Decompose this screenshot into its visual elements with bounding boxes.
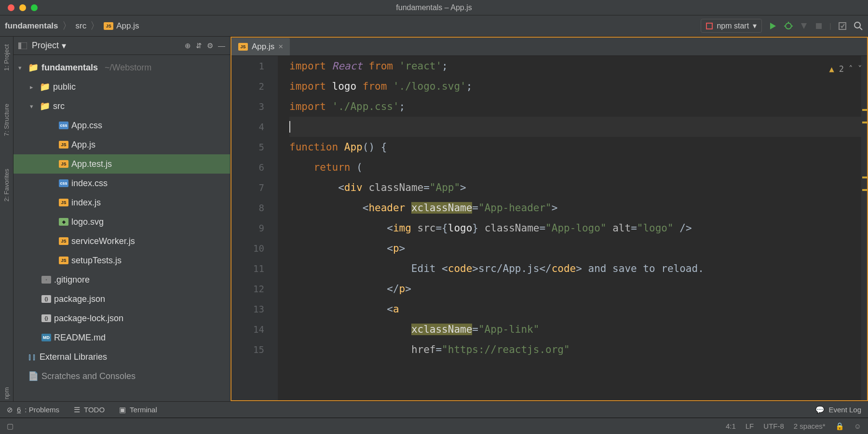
code-line[interactable]: href="https://reactjs.org" <box>289 339 867 360</box>
tree-root-folder[interactable]: ▾📁fundamentals~/Webstorm <box>14 58 230 77</box>
line-number[interactable]: 15 <box>231 339 278 360</box>
code-line[interactable]: </p> <box>289 279 867 299</box>
close-tab-icon[interactable]: × <box>278 42 283 52</box>
line-number[interactable]: 2 <box>231 76 278 96</box>
problems-icon: ⊘ <box>7 406 13 414</box>
tree-file[interactable]: MDREADME.md <box>14 328 230 347</box>
hide-panel-icon[interactable]: — <box>218 41 225 50</box>
caret-position[interactable]: 4:1 <box>726 422 736 430</box>
code-line[interactable]: Edit <code>src/App.js</code> and save to… <box>289 258 867 279</box>
error-stripe[interactable] <box>861 56 867 400</box>
tree-folder-src[interactable]: ▾📁src <box>14 96 230 116</box>
update-button[interactable] <box>838 22 847 30</box>
locate-file-icon[interactable]: ⊕ <box>185 41 191 50</box>
breadcrumb-root[interactable]: fundamentals <box>5 21 58 31</box>
npm-tool-tab[interactable]: npm <box>2 385 11 401</box>
code-line[interactable]: import './App.css'; <box>289 96 867 117</box>
project-tool-tab[interactable]: 1: Project <box>2 42 11 73</box>
line-number[interactable]: 12 <box>231 279 278 299</box>
json-file-icon: {} <box>41 295 51 303</box>
breadcrumb-file[interactable]: JSApp.js <box>104 21 139 31</box>
chevron-right-icon: 〉 <box>62 19 72 32</box>
code-line[interactable]: <div className="App"> <box>289 177 867 198</box>
tree-external-libraries[interactable]: ⫿⫿External Libraries <box>14 347 230 366</box>
tree-file[interactable]: cssindex.css <box>14 174 230 193</box>
line-number[interactable]: 5 <box>231 137 278 157</box>
readonly-lock-icon[interactable]: 🔒 <box>835 422 844 431</box>
tree-file[interactable]: JSserviceWorker.js <box>14 231 230 251</box>
expand-all-icon[interactable]: ⇵ <box>196 41 202 50</box>
line-number[interactable]: 14 <box>231 319 278 339</box>
problems-tool-tab[interactable]: ⊘6: Problems <box>7 406 59 414</box>
stop-button[interactable] <box>815 22 823 30</box>
inspections-widget[interactable]: ▲ 2 ˄ ˅ <box>829 59 863 79</box>
tree-file[interactable]: {}package.json <box>14 289 230 309</box>
search-everywhere-button[interactable] <box>854 21 863 31</box>
close-window-icon[interactable] <box>8 4 14 11</box>
code-line[interactable] <box>289 117 867 137</box>
tree-file[interactable]: JSindex.js <box>14 193 230 212</box>
code-line[interactable]: function App() { <box>289 137 867 157</box>
code-line[interactable]: <img src={logo} className="App-logo" alt… <box>289 218 867 238</box>
tree-folder-public[interactable]: ▸📁public <box>14 77 230 96</box>
breadcrumb: fundamentals 〉 src 〉 JSApp.js <box>5 19 139 32</box>
line-separator[interactable]: LF <box>746 422 754 430</box>
line-number[interactable]: 11 <box>231 258 278 279</box>
line-number[interactable]: 6 <box>231 157 278 177</box>
tree-file[interactable]: ◦.gitignore <box>14 270 230 289</box>
line-number[interactable]: 4 <box>231 117 278 137</box>
line-number[interactable]: 7 <box>231 177 278 198</box>
code-editor[interactable]: ▲ 2 ˄ ˅ 123456789101112131415 import Rea… <box>231 56 867 400</box>
tree-file[interactable]: JSApp.js <box>14 135 230 154</box>
structure-tool-tab[interactable]: 7: Structure <box>2 102 11 138</box>
ide-status-icon[interactable]: ☺ <box>854 422 861 430</box>
terminal-tool-tab[interactable]: ▣Terminal <box>119 406 157 414</box>
project-tree[interactable]: ▾📁fundamentals~/Webstorm ▸📁public ▾📁src … <box>14 55 230 401</box>
code-line[interactable]: <p> <box>289 238 867 258</box>
line-number[interactable]: 10 <box>231 238 278 258</box>
line-number[interactable]: 8 <box>231 198 278 218</box>
tree-file[interactable]: cssApp.css <box>14 116 230 135</box>
line-number[interactable]: 1 <box>231 56 278 76</box>
run-config-dropdown[interactable]: npm start ▾ <box>701 19 762 33</box>
code-line[interactable]: xclassName="App-link" <box>289 319 867 339</box>
editor-area: JS App.js × ▲ 2 ˄ ˅ 12345678910111213141… <box>231 37 868 401</box>
code-line[interactable]: import logo from './logo.svg'; <box>289 76 867 96</box>
tree-file-selected[interactable]: JSApp.test.js <box>14 154 230 174</box>
favorites-tool-tab[interactable]: 2: Favorites <box>2 167 11 203</box>
code-line[interactable]: import React from 'react'; <box>289 56 867 76</box>
code-line[interactable]: <a <box>289 299 867 319</box>
indent-settings[interactable]: 2 spaces* <box>794 422 826 430</box>
settings-gear-icon[interactable]: ⚙ <box>207 41 213 50</box>
line-number[interactable]: 3 <box>231 96 278 117</box>
debug-button[interactable] <box>784 22 793 30</box>
chevron-down-icon: ▾ <box>753 21 757 30</box>
maximize-window-icon[interactable] <box>31 4 38 11</box>
chevron-down-icon[interactable]: ▾ <box>62 41 66 51</box>
line-number[interactable]: 9 <box>231 218 278 238</box>
run-button[interactable] <box>769 22 777 30</box>
editor-tab[interactable]: JS App.js × <box>231 38 290 55</box>
event-log-tab[interactable]: 💬Event Log <box>815 406 861 414</box>
chevron-right-icon: 〉 <box>90 19 100 32</box>
code-line[interactable]: return ( <box>289 157 867 177</box>
line-number[interactable]: 13 <box>231 299 278 319</box>
file-encoding[interactable]: UTF-8 <box>763 422 784 430</box>
svg-point-1 <box>786 23 791 29</box>
tree-file[interactable]: JSsetupTests.js <box>14 251 230 270</box>
tree-scratches[interactable]: 📄Scratches and Consoles <box>14 366 230 386</box>
tool-window-toggle-icon[interactable]: ▢ <box>7 422 14 431</box>
coverage-button[interactable] <box>800 22 808 30</box>
chevron-up-icon[interactable]: ˄ <box>849 59 853 79</box>
code-line[interactable]: <header xclassName="App-header"> <box>289 198 867 218</box>
tree-file[interactable]: {}package-lock.json <box>14 309 230 328</box>
project-view-label[interactable]: Project <box>32 41 59 51</box>
left-tool-strip: 1: Project 7: Structure 2: Favorites npm <box>0 37 14 401</box>
bottom-tool-bar: ⊘6: Problems ☰TODO ▣Terminal 💬Event Log <box>0 401 868 418</box>
minimize-window-icon[interactable] <box>19 4 26 11</box>
todo-tool-tab[interactable]: ☰TODO <box>74 406 105 414</box>
gutter[interactable]: 123456789101112131415 <box>231 56 278 400</box>
tree-file[interactable]: ◆logo.svg <box>14 212 230 231</box>
breadcrumb-folder[interactable]: src <box>76 21 87 31</box>
js-file-icon: JS <box>59 257 68 264</box>
